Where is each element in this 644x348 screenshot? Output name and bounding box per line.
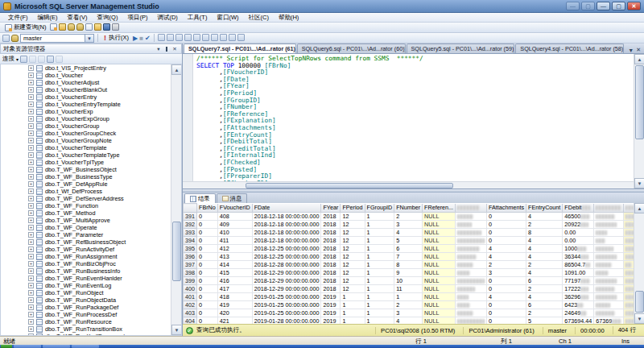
expand-icon[interactable]: + xyxy=(28,160,34,165)
expand-icon[interactable]: + xyxy=(28,297,34,303)
grid-cell[interactable]: 24649 xyxy=(563,309,594,317)
row-header[interactable]: 398 xyxy=(184,269,197,277)
grid-cell[interactable] xyxy=(594,245,624,253)
grid-cell[interactable] xyxy=(594,237,624,245)
row-header[interactable]: 396 xyxy=(184,253,197,261)
taskbar-button[interactable] xyxy=(43,345,70,348)
grid-cell[interactable]: 12 xyxy=(341,229,365,237)
minimize-inner-icon[interactable]: — xyxy=(566,2,580,10)
grid-cell[interactable] xyxy=(594,285,624,293)
grid-cell[interactable]: 12 xyxy=(341,277,365,285)
tree-item[interactable]: +dbo.T_WF_RunProcessDef xyxy=(1,311,171,318)
tree-item[interactable]: +dbo.t_VoucherEntryTemplate xyxy=(1,101,171,108)
pin-icon[interactable] xyxy=(163,45,171,53)
tree-item[interactable]: +dbo.T_WF_RunPackageDef xyxy=(1,304,171,311)
database-new-icon[interactable] xyxy=(68,23,75,31)
grid-cell[interactable]: NULL xyxy=(423,285,456,293)
tree-item[interactable]: +dbo.t_VoucherTplType xyxy=(1,159,171,166)
chevron-down-icon[interactable]: ▼ xyxy=(85,35,93,42)
grid-cell[interactable]: 2018-12-28 00:00:00.000 xyxy=(252,261,321,269)
grid-cell[interactable]: 1 xyxy=(365,277,394,285)
column-header[interactable]: FBrNo xyxy=(197,204,218,213)
expand-icon[interactable]: + xyxy=(28,65,34,71)
grid-cell[interactable]: 0 xyxy=(197,261,218,269)
expand-icon[interactable]: + xyxy=(28,72,34,78)
grid-cell[interactable]: 0 xyxy=(197,253,218,261)
tree-item[interactable]: +dbo.T_WF_BusinessType xyxy=(1,173,171,180)
grid-cell[interactable] xyxy=(456,285,487,293)
column-header[interactable]: FEntryCount xyxy=(526,204,563,213)
grid-cell[interactable]: 2018-12-25 00:00:00.000 xyxy=(252,245,321,253)
tree-item[interactable]: +dbo.T_WF_RunXpdlDocument xyxy=(1,333,171,335)
grid-cell[interactable]: 2 xyxy=(526,309,563,317)
expand-icon[interactable]: + xyxy=(28,312,34,317)
start-button[interactable] xyxy=(1,345,12,348)
execute-button[interactable]: ! 执行(X) xyxy=(101,34,131,43)
grid-cell[interactable]: 421 xyxy=(217,317,252,325)
grid-cell[interactable]: 2019-01-25 00:00:00.000 xyxy=(252,309,321,317)
grid-cell[interactable]: 1091.00 xyxy=(563,269,594,277)
database-combo[interactable]: master ▼ xyxy=(20,34,94,43)
grid-cell[interactable]: 0 xyxy=(197,317,218,325)
grid-cell[interactable]: 2018-12-25 00:00:00.000 xyxy=(252,253,321,261)
grid-cell[interactable]: 6 xyxy=(526,301,563,309)
grid-cell[interactable]: 0.00 xyxy=(563,229,594,237)
chevron-down-icon[interactable]: ▾ xyxy=(16,56,19,62)
tree-item[interactable]: +dbo.T_WF_RunObject xyxy=(1,289,171,296)
refresh-icon[interactable] xyxy=(20,56,27,63)
minimize-icon[interactable]: — xyxy=(597,2,610,10)
grid-cell[interactable]: 2018 xyxy=(321,285,341,293)
grid-cell[interactable]: 414 xyxy=(217,261,252,269)
editor-hscrollbar[interactable] xyxy=(183,181,634,188)
grid-cell[interactable]: NULL xyxy=(423,261,456,269)
row-header[interactable]: 404 xyxy=(184,317,197,325)
grid-cell[interactable]: 2018 xyxy=(321,253,341,261)
grid-cell[interactable]: 0 xyxy=(487,285,526,293)
grid-cell[interactable]: 12 xyxy=(341,237,365,245)
grid-cell[interactable]: 0 xyxy=(487,229,526,237)
grid-cell[interactable]: NULL xyxy=(423,293,456,301)
grid-cell[interactable]: 0 xyxy=(197,277,218,285)
scroll-thumb[interactable] xyxy=(246,183,453,188)
indent-icon[interactable] xyxy=(202,34,209,41)
grid-cell[interactable]: 4 xyxy=(394,229,423,237)
column-header[interactable]: FNumber xyxy=(394,204,423,213)
tree-item[interactable]: +dbo.t_VoucherGroup xyxy=(1,122,171,130)
grid-cell[interactable] xyxy=(456,301,487,309)
grid-cell[interactable] xyxy=(456,237,487,245)
tree-item[interactable]: +dbo.T_WF_RunObjectData xyxy=(1,296,171,304)
grid-cell[interactable]: 1 xyxy=(365,269,394,277)
grid-cell[interactable]: 0 xyxy=(487,309,526,317)
grid-cell[interactable]: 2 xyxy=(394,213,423,221)
expand-icon[interactable]: + xyxy=(28,268,34,274)
grid-cell[interactable]: NULL xyxy=(423,317,456,325)
menu-item[interactable]: 调试(D) xyxy=(152,13,182,23)
expand-icon[interactable]: + xyxy=(28,239,34,245)
close-icon[interactable]: ✕ xyxy=(627,2,641,10)
expand-icon[interactable]: + xyxy=(28,304,34,310)
grid-cell[interactable] xyxy=(456,293,487,301)
column-header[interactable]: FAttachments xyxy=(487,204,526,213)
grid-cell[interactable]: 2019 xyxy=(321,317,341,325)
tree-item[interactable]: +dbo.t_VoucherGroupCheck xyxy=(1,130,171,137)
grid-cell[interactable] xyxy=(594,301,624,309)
grid-cell[interactable]: 2 xyxy=(526,221,563,229)
save-results-icon[interactable] xyxy=(175,34,183,41)
grid-cell[interactable]: 1 xyxy=(365,221,394,229)
grid-cell[interactable]: 4 xyxy=(526,213,563,221)
grid-cell[interactable]: 9 xyxy=(394,269,423,277)
expand-icon[interactable]: + xyxy=(28,123,34,129)
column-header[interactable]: FGroupID xyxy=(365,204,394,213)
comment-icon[interactable] xyxy=(184,34,192,41)
grid-cell[interactable]: 0 xyxy=(197,293,218,301)
grid-cell[interactable]: 1 xyxy=(365,229,394,237)
grid-cell[interactable]: 0 xyxy=(197,237,218,245)
expand-icon[interactable]: + xyxy=(28,145,34,151)
grid-cell[interactable]: 2018 xyxy=(321,237,341,245)
grid-cell[interactable]: 0 xyxy=(197,229,218,237)
tree-item[interactable]: +dbo.t_VoucherTemplate xyxy=(1,144,171,151)
change-connection-icon[interactable] xyxy=(11,35,19,42)
tree-item[interactable]: +dbo.T_WF_RunEventHanlder xyxy=(1,275,171,282)
tree-item[interactable]: +dbo.T_WF_RunActivityDef xyxy=(1,246,171,253)
grid-cell[interactable]: 1000 xyxy=(563,245,594,253)
